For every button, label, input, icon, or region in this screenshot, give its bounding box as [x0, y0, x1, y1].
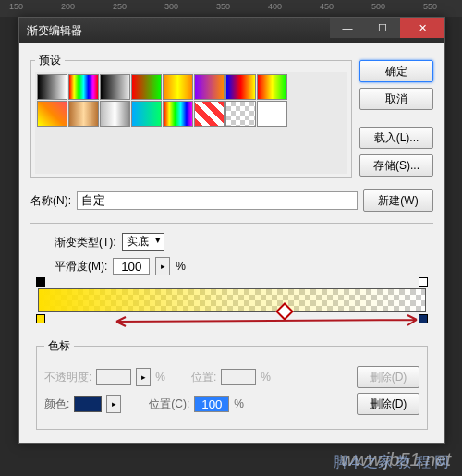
canvas-ruler: 150200250300350400450500550 [0, 0, 462, 17]
